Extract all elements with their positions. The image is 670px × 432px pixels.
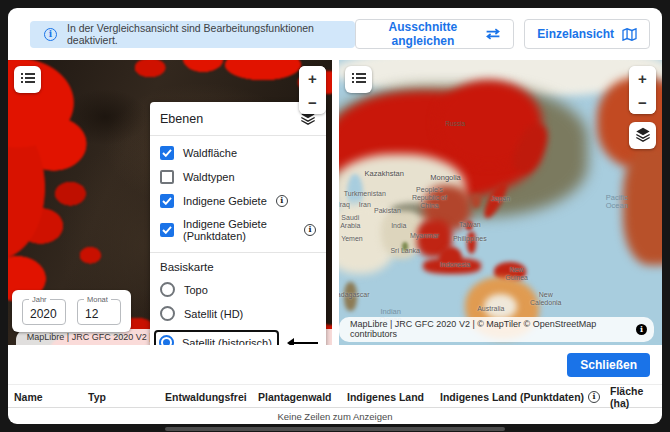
map-label: Iran [359, 200, 371, 207]
map-label: Mongolia [430, 172, 460, 181]
radio-label: Topo [184, 284, 208, 296]
column-header-typ[interactable]: Typ [88, 391, 165, 403]
map-label: Iraq [339, 200, 350, 207]
map-label: Madagascar [339, 290, 370, 297]
basemap-section-title: Basiskarte [150, 252, 326, 273]
annotation-highlight-box: Satellit (historisch) [154, 330, 279, 345]
maps-row: + − Ebenen Waldfläche Waldtypen [8, 60, 662, 345]
info-icon [44, 28, 57, 41]
layer-checkbox-indigene-gebiete-punktdaten[interactable]: Indigene Gebiete (Punktdaten) [160, 218, 316, 242]
swap-arrows-icon [485, 28, 501, 40]
legend-button[interactable] [345, 66, 372, 93]
align-views-label: Ausschnitte angleichen [368, 20, 477, 48]
radio-selected-icon [159, 335, 174, 345]
layers-panel-header: Ebenen [150, 110, 326, 136]
legend-button[interactable] [14, 66, 41, 93]
map-label: India [391, 222, 406, 229]
map-label: Australia [477, 304, 504, 311]
map-label: Turkmenistan [344, 189, 386, 196]
map-label: Taiwan [459, 220, 481, 227]
checkbox-checked-icon [160, 223, 174, 237]
year-field-value: 2020 [30, 307, 57, 321]
info-icon[interactable] [276, 195, 288, 207]
month-field-value: 12 [85, 307, 98, 321]
zoom-out-button[interactable]: − [629, 90, 656, 114]
checkbox-checked-icon [160, 146, 174, 160]
column-header-flaeche[interactable]: Fläche (ha) [610, 385, 654, 409]
compare-view-card: In der Vergleichsansicht sind Bearbeitun… [8, 8, 662, 424]
right-map-attribution: MapLibre | JRC GFC 2020 V2 | © MapTiler … [339, 317, 654, 342]
month-field[interactable]: Monat 12 [77, 299, 121, 325]
legend-list-icon [352, 72, 366, 87]
layer-checkbox-indigene-gebiete[interactable]: Indigene Gebiete [160, 194, 316, 208]
map-label: Sri Lanka [390, 246, 420, 253]
year-field[interactable]: Jahr 2020 [22, 299, 66, 325]
map-label: Russia [445, 119, 465, 126]
radio-unselected-icon [160, 282, 175, 297]
attribution-info-icon[interactable] [636, 324, 647, 335]
horizontal-scrollbar[interactable] [165, 427, 505, 431]
radio-label: Satellit (HD) [184, 308, 243, 320]
column-header-label: Indigenes Land (Punktdaten) [440, 391, 584, 403]
radio-label: Satellit (historisch) [182, 337, 272, 346]
basemap-radio-topo[interactable]: Topo [160, 282, 316, 297]
close-button[interactable]: Schließen [567, 353, 650, 377]
map-overlay-korea [471, 194, 481, 208]
layer-label: Indigene Gebiete (Punktdaten) [183, 218, 295, 242]
date-card: Jahr 2020 Monat 12 [12, 290, 131, 332]
map-label: Yemen [341, 235, 363, 242]
basemap-radio-satellit-hd[interactable]: Satellit (HD) [160, 306, 316, 321]
layers-panel-title: Ebenen [160, 112, 203, 126]
layer-label: Waldfläche [183, 147, 237, 159]
checkbox-checked-icon [160, 194, 174, 208]
map-label: Saudi Arabia [339, 214, 368, 230]
map-label: Myanmar [410, 232, 439, 239]
column-header-entwaldungsfrei[interactable]: Entwaldungsfrei [165, 391, 258, 403]
year-field-label: Jahr [29, 295, 50, 304]
map-label: People's Republic of China [411, 186, 447, 210]
info-banner: In der Vergleichsansicht sind Bearbeitun… [30, 21, 355, 48]
column-header-plantagenwald[interactable]: Plantagenwald [258, 391, 347, 403]
map-label: New Guinea [499, 266, 535, 282]
right-map[interactable]: Russia Kazakhstan Mongolia People's Repu… [339, 60, 662, 345]
close-row: Schließen [8, 345, 662, 382]
map-label: Pakistan [374, 206, 401, 213]
layer-label: Waldtypen [183, 171, 235, 183]
checkbox-unchecked-icon [160, 170, 174, 184]
map-icon [622, 28, 637, 41]
column-header-name[interactable]: Name [14, 391, 88, 403]
map-label: Philippines [453, 235, 487, 242]
single-view-button[interactable]: Einzelansicht [524, 19, 650, 49]
toolbar-buttons: Ausschnitte angleichen Einzelansicht [355, 19, 650, 49]
layer-checkbox-waldtypen[interactable]: Waldtypen [160, 170, 316, 184]
banner-text: In der Vergleichsansicht sind Bearbeitun… [67, 22, 341, 46]
map-label: Kazakhstan [365, 168, 404, 177]
map-label: Indonesia [440, 260, 470, 267]
layers-button[interactable] [629, 122, 656, 149]
align-views-button[interactable]: Ausschnitte angleichen [355, 19, 514, 49]
zoom-control: + − [629, 66, 656, 114]
layers-icon [635, 127, 651, 145]
zoom-out-button[interactable]: − [299, 90, 326, 114]
table-header: Name Typ Entwaldungsfrei Plantagenwald I… [8, 384, 662, 408]
map-label: New Caledonia [528, 291, 564, 307]
zoom-in-button[interactable]: + [299, 66, 326, 90]
annotation-arrow [293, 342, 318, 344]
map-label: Japan [491, 195, 510, 202]
radio-unselected-icon [160, 306, 175, 321]
layer-checkbox-waldflaeche[interactable]: Waldfläche [160, 146, 316, 160]
info-icon[interactable] [588, 391, 600, 403]
column-header-indigenes-land-punktdaten[interactable]: Indigenes Land (Punktdaten) [440, 391, 610, 403]
zoom-control: + − [299, 66, 326, 114]
legend-list-icon [21, 72, 35, 87]
left-map[interactable]: + − Ebenen Waldfläche Waldtypen [8, 60, 332, 345]
info-icon[interactable] [304, 224, 316, 236]
column-header-indigenes-land[interactable]: Indigenes Land [347, 391, 440, 403]
attribution-text: MapLibre | JRC GFC 2020 V2 | © MapTiler … [350, 319, 631, 339]
ocean-label: Pacific Ocean [599, 194, 635, 211]
topbar: In der Vergleichsansicht sind Bearbeitun… [8, 8, 662, 60]
zoom-in-button[interactable]: + [629, 66, 656, 90]
layer-label: Indigene Gebiete [183, 195, 267, 207]
basemap-radio-satellit-historisch[interactable]: Satellit (historisch) [160, 330, 316, 345]
layers-panel: Ebenen Waldfläche Waldtypen Indigene Geb… [150, 102, 326, 345]
